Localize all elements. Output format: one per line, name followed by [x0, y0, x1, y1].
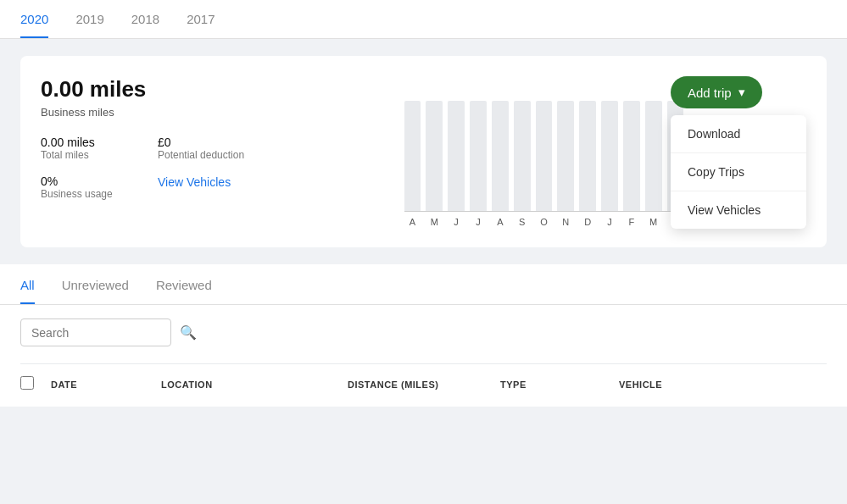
- col-location: LOCATION: [161, 379, 348, 390]
- stats-left: 0.00 miles Business miles 0.00 miles Tot…: [41, 76, 261, 213]
- chart-bar-J-2: [448, 101, 465, 211]
- chart-month-label-10: F: [623, 217, 640, 227]
- stats-card: 0.00 miles Business miles 0.00 miles Tot…: [20, 56, 827, 247]
- chart-month-label-8: D: [579, 217, 596, 227]
- business-usage-label: Business usage: [41, 188, 144, 200]
- col-distance: DISTANCE (MILES): [348, 379, 500, 390]
- chart-month-label-5: S: [514, 217, 531, 227]
- chart-bar-A-0: [404, 101, 421, 211]
- total-miles-label: Total miles: [41, 149, 144, 161]
- col-type: TYPE: [500, 379, 619, 390]
- total-miles-value: 0.00 miles: [41, 136, 144, 149]
- chart-bar-J-9: [601, 101, 618, 211]
- chart-bar-M-1: [426, 101, 443, 211]
- potential-deduction-block: £0 Potential deduction: [158, 136, 261, 161]
- chart-bar-S-5: [514, 101, 531, 211]
- select-all-checkbox-cell: [20, 376, 51, 393]
- add-trip-button[interactable]: Add trip ▾: [671, 76, 762, 108]
- chart-month-label-2: J: [448, 217, 465, 227]
- year-tab-2018[interactable]: 2018: [131, 12, 159, 38]
- dropdown-menu: DownloadCopy TripsView Vehicles: [671, 115, 806, 229]
- chevron-down-icon: ▾: [738, 85, 745, 100]
- view-vehicles-link[interactable]: View Vehicles: [158, 175, 231, 189]
- miles-big: 0.00 miles: [41, 76, 261, 102]
- search-icon: 🔍: [180, 324, 197, 341]
- chart-bar-N-7: [557, 101, 574, 211]
- chart-month-label-9: J: [601, 217, 618, 227]
- dropdown-item-view-vehicles[interactable]: View Vehicles: [671, 191, 806, 229]
- chart-bar-M-11: [645, 101, 662, 211]
- chart-bar-D-8: [579, 101, 596, 211]
- chart-month-label-0: A: [404, 217, 421, 227]
- dropdown-item-copy-trips[interactable]: Copy Trips: [671, 153, 806, 191]
- col-date: DATE: [51, 379, 161, 390]
- potential-deduction-value: £0: [158, 136, 261, 149]
- year-tabs: 2020201920182017: [0, 0, 847, 39]
- search-box: 🔍: [20, 318, 171, 346]
- select-all-checkbox[interactable]: [20, 376, 34, 390]
- total-miles-block: 0.00 miles Total miles: [41, 136, 144, 161]
- business-usage-row: 0% Business usage View Vehicles: [41, 174, 261, 200]
- bottom-section: 🔍 DATE LOCATION DISTANCE (MILES) TYPE VE…: [0, 305, 847, 407]
- year-tab-2017[interactable]: 2017: [187, 12, 215, 38]
- chart-month-label-1: M: [426, 217, 443, 227]
- view-vehicles-block: View Vehicles: [158, 174, 261, 200]
- main-content: 0.00 miles Business miles 0.00 miles Tot…: [0, 39, 847, 264]
- chart-month-label-3: J: [470, 217, 487, 227]
- chart-labels: AMJJASONDJFMA: [404, 217, 684, 227]
- search-input[interactable]: [31, 326, 180, 340]
- chart-bars: [404, 76, 684, 212]
- chart-month-label-4: A: [492, 217, 509, 227]
- year-tab-2020[interactable]: 2020: [20, 12, 48, 38]
- filter-tab-reviewed[interactable]: Reviewed: [156, 278, 212, 304]
- chart-month-label-7: N: [557, 217, 574, 227]
- col-vehicle: VEHICLE: [619, 379, 827, 390]
- business-usage-block: 0% Business usage: [41, 174, 144, 200]
- add-trip-container: Add trip ▾ DownloadCopy TripsView Vehicl…: [671, 76, 806, 229]
- chart-bar-O-6: [536, 101, 553, 211]
- business-usage-value: 0%: [41, 174, 144, 188]
- chart-month-label-11: M: [645, 217, 662, 227]
- year-tab-2019[interactable]: 2019: [75, 12, 103, 38]
- dropdown-item-download[interactable]: Download: [671, 115, 806, 152]
- miles-label: Business miles: [41, 106, 261, 119]
- add-trip-label: Add trip: [688, 86, 732, 100]
- chart-month-label-6: O: [536, 217, 553, 227]
- chart-bar-F-10: [623, 101, 640, 211]
- chart-bar-J-3: [470, 101, 487, 211]
- stats-grid: 0.00 miles Total miles £0 Potential dedu…: [41, 136, 261, 161]
- filter-tab-all[interactable]: All: [20, 278, 35, 304]
- table-header: DATE LOCATION DISTANCE (MILES) TYPE VEHI…: [20, 363, 827, 393]
- chart-bar-A-4: [492, 101, 509, 211]
- tabs-section: AllUnreviewedReviewed: [0, 264, 847, 305]
- potential-deduction-label: Potential deduction: [158, 149, 261, 161]
- filter-tabs: AllUnreviewedReviewed: [20, 264, 827, 304]
- filter-tab-unreviewed[interactable]: Unreviewed: [62, 278, 129, 304]
